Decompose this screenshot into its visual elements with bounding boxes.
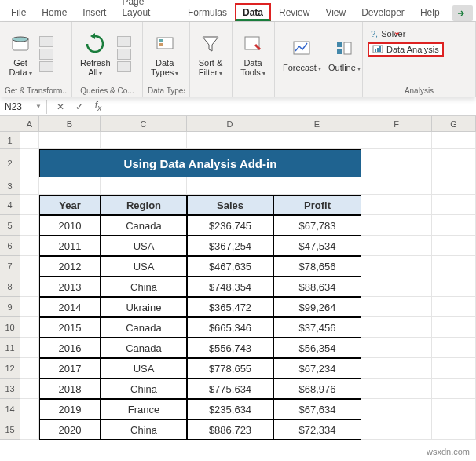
row-13[interactable]: 13 [0, 379, 20, 399]
fx-icon[interactable]: fx [91, 101, 105, 113]
data-analysis-button[interactable]: Data Analysis [368, 42, 444, 57]
row-3[interactable]: 3 [0, 177, 20, 195]
svg-rect-11 [375, 49, 376, 52]
tab-developer[interactable]: Developer [353, 3, 412, 21]
row-15[interactable]: 15 [0, 419, 20, 440]
cell-year[interactable]: 2018 [39, 379, 101, 399]
tab-home[interactable]: Home [34, 3, 75, 21]
row-7[interactable]: 7 [0, 256, 20, 276]
row-4[interactable]: 4 [0, 195, 20, 215]
name-box[interactable]: N23 ▼ [0, 100, 47, 114]
cell-sales[interactable]: $467,635 [187, 256, 273, 276]
cell-profit[interactable]: $99,264 [273, 297, 361, 317]
outline-button[interactable]: Outline [325, 35, 364, 75]
cell-sales[interactable]: $235,634 [187, 399, 273, 419]
cell-year[interactable]: 2015 [39, 317, 101, 338]
tab-view[interactable]: View [317, 3, 353, 21]
tab-insert[interactable]: Insert [75, 3, 114, 21]
cell-sales[interactable]: $236,745 [187, 215, 273, 236]
cell-area[interactable]: Using Data Analysis Add-in Year Region S… [20, 132, 476, 440]
cell-profit[interactable]: $67,783 [273, 215, 361, 236]
row-6[interactable]: 6 [0, 236, 20, 256]
mini-buttons[interactable] [39, 36, 53, 72]
data-tools-button[interactable]: DataTools [237, 30, 269, 79]
formula-bar: N23 ▼ ✕ ✓ fx [0, 97, 476, 116]
col-G[interactable]: G [432, 116, 476, 131]
col-E[interactable]: E [273, 116, 361, 131]
data-types-button[interactable]: DataTypes [148, 30, 181, 79]
group-label-sf [195, 85, 227, 97]
row-9[interactable]: 9 [0, 297, 20, 317]
column-headers: A B C D E F G [0, 116, 476, 132]
tab-review[interactable]: Review [271, 3, 317, 21]
cell-region[interactable]: Canada [101, 317, 187, 338]
cell-year[interactable]: 2019 [39, 399, 101, 419]
cell-year[interactable]: 2012 [39, 256, 101, 276]
tab-file[interactable]: File [3, 3, 34, 21]
row-11[interactable]: 11 [0, 338, 20, 358]
name-box-value: N23 [5, 101, 22, 112]
tab-help[interactable]: Help [412, 3, 448, 21]
col-A[interactable]: A [20, 116, 39, 131]
cell-region[interactable]: USA [101, 236, 187, 256]
cell-region[interactable]: USA [101, 358, 187, 379]
cell-year[interactable]: 2020 [39, 419, 101, 440]
cell-sales[interactable]: $886,723 [187, 419, 273, 440]
col-F[interactable]: F [361, 116, 432, 131]
cell-year[interactable]: 2010 [39, 215, 101, 236]
cell-profit[interactable]: $56,354 [273, 338, 361, 358]
row-8[interactable]: 8 [0, 276, 20, 297]
row-5[interactable]: 5 [0, 215, 20, 236]
col-D[interactable]: D [187, 116, 273, 131]
cell-year[interactable]: 2016 [39, 338, 101, 358]
svg-rect-13 [379, 46, 381, 52]
select-all-corner[interactable] [0, 116, 20, 131]
tab-page-layout[interactable]: Page Layout [114, 0, 180, 21]
cell-sales[interactable]: $365,472 [187, 297, 273, 317]
cell-sales[interactable]: $665,346 [187, 317, 273, 338]
cell-region[interactable]: China [101, 276, 187, 297]
cell-sales[interactable]: $748,354 [187, 276, 273, 297]
cell-region[interactable]: France [101, 399, 187, 419]
cell-region[interactable]: USA [101, 256, 187, 276]
cell-region[interactable]: China [101, 379, 187, 399]
cell-profit[interactable]: $47,534 [273, 236, 361, 256]
tab-formulas[interactable]: Formulas [180, 3, 235, 21]
mini-buttons-2[interactable] [117, 36, 131, 72]
row-2[interactable]: 2 [0, 149, 20, 177]
cell-profit[interactable]: $67,234 [273, 358, 361, 379]
solver-button[interactable]: ?, Solver [368, 28, 444, 39]
cell-year[interactable]: 2017 [39, 358, 101, 379]
cell-profit[interactable]: $37,456 [273, 317, 361, 338]
row-12[interactable]: 12 [0, 358, 20, 379]
cell-region[interactable]: China [101, 419, 187, 440]
cell-year[interactable]: 2013 [39, 276, 101, 297]
enter-icon[interactable]: ✓ [72, 101, 86, 113]
row-14[interactable]: 14 [0, 399, 20, 419]
cell-year[interactable]: 2011 [39, 236, 101, 256]
col-B[interactable]: B [39, 116, 101, 131]
get-data-button[interactable]: GetData [5, 30, 36, 79]
cell-region[interactable]: Canada [101, 338, 187, 358]
cell-sales[interactable]: $778,655 [187, 358, 273, 379]
refresh-all-button[interactable]: RefreshAll [77, 30, 114, 79]
tab-data[interactable]: Data [235, 3, 271, 21]
cell-profit[interactable]: $67,634 [273, 399, 361, 419]
share-icon[interactable] [452, 5, 473, 21]
cell-profit[interactable]: $72,334 [273, 419, 361, 440]
col-C[interactable]: C [101, 116, 187, 131]
row-10[interactable]: 10 [0, 317, 20, 338]
cell-profit[interactable]: $78,656 [273, 256, 361, 276]
forecast-button[interactable]: Forecast [280, 35, 324, 75]
sort-filter-button[interactable]: Sort &Filter [195, 30, 226, 79]
row-1[interactable]: 1 [0, 132, 20, 149]
cell-region[interactable]: Ukraine [101, 297, 187, 317]
cell-sales[interactable]: $775,634 [187, 379, 273, 399]
cell-year[interactable]: 2014 [39, 297, 101, 317]
cell-profit[interactable]: $68,976 [273, 379, 361, 399]
cell-region[interactable]: Canada [101, 215, 187, 236]
cell-sales[interactable]: $556,743 [187, 338, 273, 358]
cell-sales[interactable]: $367,254 [187, 236, 273, 256]
cancel-icon[interactable]: ✕ [53, 101, 68, 113]
cell-profit[interactable]: $88,634 [273, 276, 361, 297]
